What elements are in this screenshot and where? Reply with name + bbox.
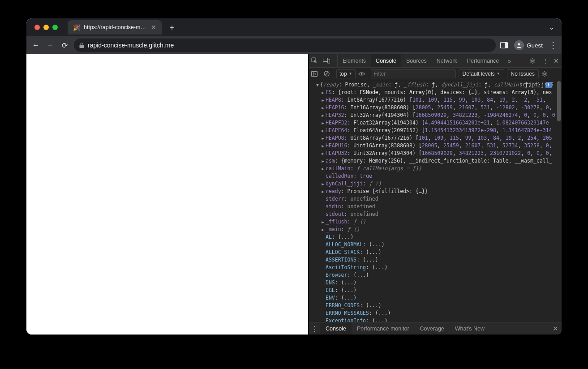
console-property-row[interactable]: ·AL: (...) [309, 233, 562, 241]
expand-arrow-icon[interactable] [320, 89, 326, 96]
devtools-tab-console[interactable]: Console [371, 54, 401, 67]
more-tabs-icon[interactable]: » [504, 57, 515, 64]
profile-button[interactable]: Guest [514, 40, 543, 50]
console-filter-input[interactable] [371, 69, 456, 78]
expand-arrow-icon[interactable] [320, 226, 326, 233]
drawer-close-icon[interactable]: ✕ [549, 325, 562, 333]
console-scrollbar[interactable] [556, 80, 562, 322]
window-close-button[interactable] [34, 25, 40, 30]
console-property-row[interactable]: ·Browser: (...) [309, 271, 562, 279]
console-property-row[interactable]: ·ERRNO_CODES: (...) [309, 302, 562, 309]
expand-arrow-icon[interactable] [320, 158, 326, 165]
tab-favicon: 🎉 [73, 24, 80, 31]
console-sidebar-toggle-icon[interactable] [311, 71, 321, 77]
devtools-settings-icon[interactable] [529, 58, 540, 64]
console-property-row[interactable]: ·DNS: (...) [309, 279, 562, 287]
devtools-tab-elements[interactable]: Elements [338, 54, 371, 67]
console-property-row[interactable]: ·AsciiToString: (...) [309, 264, 562, 271]
console-property-row[interactable]: ·ERRNO_MESSAGES: (...) [309, 309, 562, 317]
expand-arrow-icon[interactable] [320, 142, 326, 150]
console-property-row[interactable]: HEAPF64: Float64Array(2097152) [1.154541… [309, 127, 562, 134]
console-property-row[interactable]: HEAP32: Int32Array(4194304) [1668509029,… [309, 112, 562, 119]
svg-rect-1 [505, 43, 508, 48]
console-property-row[interactable]: ·stdin: undefined [309, 203, 562, 210]
expand-arrow-icon[interactable] [320, 120, 326, 127]
console-property-row[interactable]: ready: Promise {<fulfilled>: {…}} [309, 188, 562, 195]
devtools-menu-icon[interactable]: ⋮ [540, 57, 551, 64]
drawer-menu-icon[interactable]: ⋮ [309, 325, 320, 333]
inspect-element-icon[interactable] [311, 57, 323, 64]
issues-button[interactable]: No Issues [507, 69, 539, 78]
drawer-tab-performance-monitor[interactable]: Performance monitor [352, 322, 415, 335]
expand-arrow-icon[interactable] [320, 135, 326, 142]
console-property-row[interactable]: ·stdout: undefined [309, 210, 562, 218]
console-property-row[interactable]: ·ALLOC_STACK: (...) [309, 249, 562, 256]
console-property-row[interactable]: _main: ƒ () [309, 226, 562, 233]
log-level-label: Default levels [463, 71, 495, 77]
page-viewport[interactable] [26, 54, 308, 335]
live-expression-icon[interactable] [358, 72, 368, 76]
console-settings-icon[interactable] [541, 71, 551, 77]
console-property-row[interactable]: dynCall_jiji: ƒ () [309, 180, 562, 188]
source-link[interactable]: script.js:5 [519, 81, 554, 88]
console-filter-field[interactable] [374, 71, 453, 77]
console-property-row[interactable]: HEAPU16: Uint16Array(8388608) [28005, 25… [309, 142, 562, 150]
expand-arrow-icon[interactable] [320, 219, 326, 226]
back-button[interactable]: ← [31, 41, 41, 49]
devtools-close-icon[interactable]: ✕ [551, 57, 562, 64]
console-property-row[interactable]: HEAP8: Int8Array(16777216) [101, 109, 11… [309, 96, 562, 104]
console-property-row[interactable]: ·ALLOC_NORMAL: (...) [309, 241, 562, 249]
new-tab-button[interactable]: ＋ [168, 22, 176, 33]
expand-arrow-icon[interactable] [320, 150, 326, 157]
expand-arrow-icon[interactable] [320, 112, 326, 119]
console-property-row[interactable]: ·stderr: undefined [309, 195, 562, 203]
scrollbar-thumb[interactable] [557, 81, 561, 121]
browser-menu-button[interactable]: ⋮ [549, 40, 557, 50]
svg-point-11 [361, 73, 362, 75]
expand-arrow-icon[interactable] [320, 180, 326, 188]
drawer-tab-console[interactable]: Console [320, 322, 352, 335]
console-property-row[interactable]: FS: {root: FSNode, mounts: Array(0), dev… [309, 89, 562, 96]
reload-button[interactable]: ⟳ [60, 41, 69, 50]
console-property-row[interactable]: _fflush: ƒ () [309, 218, 562, 226]
tab-strip: 🎉 https://rapid-concise-muscle.g ✕ ＋ ⌄ [26, 18, 562, 36]
expand-arrow-icon[interactable] [320, 127, 326, 134]
devtools-tab-sources[interactable]: Sources [401, 54, 432, 67]
drawer-tab-coverage[interactable]: Coverage [415, 322, 450, 335]
svg-line-10 [325, 72, 329, 76]
console-property-row[interactable]: asm: {memory: Memory(256), __indirect_fu… [309, 157, 562, 165]
forward-button[interactable]: → [45, 41, 55, 49]
console-property-row[interactable]: HEAPF32: Float32Array(4194304) [4.490441… [309, 119, 562, 127]
console-property-row[interactable]: ·ExceptionInfo: (...) [309, 317, 562, 322]
console-property-row[interactable]: ·EGL: (...) [309, 287, 562, 294]
execution-context-selector[interactable]: top ▼ [336, 69, 356, 78]
device-toolbar-icon[interactable] [323, 58, 335, 64]
tab-close-button[interactable]: ✕ [151, 24, 156, 31]
tab-search-button[interactable]: ⌄ [549, 24, 554, 31]
console-property-row[interactable]: HEAPU32: Uint32Array(4194304) [166850902… [309, 150, 562, 157]
devtools-tab-network[interactable]: Network [432, 54, 462, 67]
log-level-selector[interactable]: Default levels ▼ [459, 69, 504, 78]
console-property-row[interactable]: HEAP16: Int16Array(8388608) [28005, 2545… [309, 104, 562, 112]
browser-tab[interactable]: 🎉 https://rapid-concise-muscle.g ✕ [68, 20, 162, 34]
expand-arrow-icon[interactable] [315, 82, 320, 89]
console-property-row[interactable]: callMain: ƒ callMain(args = []) [309, 165, 562, 172]
omnibox[interactable]: rapid-concise-muscle.glitch.me [74, 39, 496, 52]
console-property-row[interactable]: ·ENV: (...) [309, 294, 562, 302]
window-minimize-button[interactable] [43, 25, 49, 30]
expand-arrow-icon[interactable] [320, 97, 326, 104]
expand-arrow-icon[interactable] [320, 104, 326, 112]
console-toolbar: top ▼ Default levels ▼ No Issues [309, 68, 562, 80]
profile-label: Guest [527, 42, 543, 49]
console-property-row[interactable]: ·calledRun: true [309, 172, 562, 180]
console-output[interactable]: script.js:5 {ready: Promise, _main: ƒ, _… [309, 80, 562, 322]
drawer-tab-what-s-new[interactable]: What's New [450, 322, 490, 335]
expand-arrow-icon[interactable] [320, 188, 326, 195]
expand-arrow-icon[interactable] [320, 165, 326, 172]
console-property-row[interactable]: HEAPU8: Uint8Array(16777216) [101, 109, … [309, 134, 562, 142]
devtools-tab-performance[interactable]: Performance [462, 54, 504, 67]
clear-console-icon[interactable] [324, 71, 334, 77]
window-maximize-button[interactable] [52, 25, 58, 30]
console-property-row[interactable]: ·ASSERTIONS: (...) [309, 256, 562, 264]
side-panel-icon[interactable] [500, 42, 508, 48]
